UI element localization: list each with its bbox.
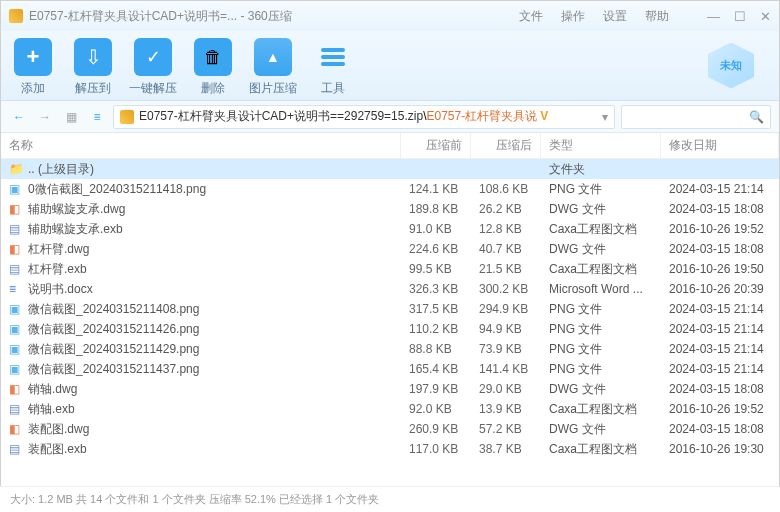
column-header: 名称 压缩前 压缩后 类型 修改日期 xyxy=(1,133,779,159)
tools-button[interactable]: 工具 xyxy=(303,34,363,97)
file-row[interactable]: 辅助螺旋支承.exb91.0 KB12.8 KBCaxa工程图文档2016-10… xyxy=(1,219,779,239)
file-icon xyxy=(9,182,23,196)
file-row[interactable]: 说明书.docx326.3 KB300.2 KBMicrosoft Word .… xyxy=(1,279,779,299)
parent-dir-row[interactable]: 📁.. (上级目录) 文件夹 xyxy=(1,159,779,179)
file-type: Caxa工程图文档 xyxy=(541,261,661,278)
file-date: 2016-10-26 19:30 xyxy=(661,442,779,456)
minimize-button[interactable]: — xyxy=(707,9,720,24)
file-type: DWG 文件 xyxy=(541,201,661,218)
maximize-button[interactable]: ☐ xyxy=(734,9,746,24)
folder-up-icon: 📁 xyxy=(9,162,23,176)
file-type: DWG 文件 xyxy=(541,421,661,438)
file-icon xyxy=(9,262,23,276)
col-name[interactable]: 名称 xyxy=(1,133,401,158)
file-type: PNG 文件 xyxy=(541,361,661,378)
file-row[interactable]: 杠杆臂.exb99.5 KB21.5 KBCaxa工程图文档2016-10-26… xyxy=(1,259,779,279)
window-controls: — ☐ ✕ xyxy=(707,9,771,24)
size-after: 108.6 KB xyxy=(471,182,541,196)
size-before: 189.8 KB xyxy=(401,202,471,216)
file-type: DWG 文件 xyxy=(541,241,661,258)
size-before: 224.6 KB xyxy=(401,242,471,256)
file-date: 2016-10-26 19:52 xyxy=(661,402,779,416)
file-row[interactable]: 销轴.exb92.0 KB13.9 KBCaxa工程图文档2016-10-26 … xyxy=(1,399,779,419)
oneclick-button[interactable]: 一键解压 xyxy=(123,34,183,97)
file-name: 杠杆臂.exb xyxy=(28,261,87,278)
view-large-icon[interactable]: ▦ xyxy=(61,107,81,127)
status-bar: 大小: 1.2 MB 共 14 个文件和 1 个文件夹 压缩率 52.1% 已经… xyxy=(0,486,780,512)
file-date: 2024-03-15 18:08 xyxy=(661,382,779,396)
vip-icon: V xyxy=(540,109,548,123)
size-after: 294.9 KB xyxy=(471,302,541,316)
size-after: 141.4 KB xyxy=(471,362,541,376)
file-date: 2024-03-15 21:14 xyxy=(661,182,779,196)
file-type: PNG 文件 xyxy=(541,181,661,198)
add-button[interactable]: 添加 xyxy=(3,34,63,97)
size-before: 326.3 KB xyxy=(401,282,471,296)
col-after[interactable]: 压缩后 xyxy=(471,133,541,158)
size-after: 73.9 KB xyxy=(471,342,541,356)
col-type[interactable]: 类型 xyxy=(541,133,661,158)
toolbar: 添加 解压到 一键解压 删除 图片压缩 工具 未知 xyxy=(1,31,779,101)
search-input[interactable]: 🔍 xyxy=(621,105,771,129)
titlebar: E0757-杠杆臂夹具设计CAD+说明书=... - 360压缩 文件 操作 设… xyxy=(1,1,779,31)
file-name: 辅助螺旋支承.dwg xyxy=(28,201,125,218)
file-row[interactable]: 辅助螺旋支承.dwg189.8 KB26.2 KBDWG 文件2024-03-1… xyxy=(1,199,779,219)
check-icon xyxy=(134,38,172,76)
file-icon xyxy=(9,242,23,256)
menu-operate[interactable]: 操作 xyxy=(561,8,585,25)
size-before: 317.5 KB xyxy=(401,302,471,316)
file-type: Caxa工程图文档 xyxy=(541,441,661,458)
close-button[interactable]: ✕ xyxy=(760,9,771,24)
file-row[interactable]: 微信截图_20240315211408.png317.5 KB294.9 KBP… xyxy=(1,299,779,319)
file-row[interactable]: 微信截图_20240315211437.png165.4 KB141.4 KBP… xyxy=(1,359,779,379)
view-list-icon[interactable]: ≡ xyxy=(87,107,107,127)
image-icon xyxy=(254,38,292,76)
size-after: 29.0 KB xyxy=(471,382,541,396)
file-date: 2016-10-26 19:52 xyxy=(661,222,779,236)
file-row[interactable]: 0微信截图_20240315211418.png124.1 KB108.6 KB… xyxy=(1,179,779,199)
size-before: 92.0 KB xyxy=(401,402,471,416)
file-type: PNG 文件 xyxy=(541,321,661,338)
file-name: 微信截图_20240315211437.png xyxy=(28,361,199,378)
file-icon xyxy=(9,382,23,396)
file-row[interactable]: 微信截图_20240315211429.png88.8 KB73.9 KBPNG… xyxy=(1,339,779,359)
extract-icon xyxy=(74,38,112,76)
menu-settings[interactable]: 设置 xyxy=(603,8,627,25)
col-date[interactable]: 修改日期 xyxy=(661,133,779,158)
col-before[interactable]: 压缩前 xyxy=(401,133,471,158)
size-after: 57.2 KB xyxy=(471,422,541,436)
file-type: Caxa工程图文档 xyxy=(541,221,661,238)
navbar: ← → ▦ ≡ E0757-杠杆臂夹具设计CAD+说明书==292759=15.… xyxy=(1,101,779,133)
delete-button[interactable]: 删除 xyxy=(183,34,243,97)
size-before: 260.9 KB xyxy=(401,422,471,436)
path-input[interactable]: E0757-杠杆臂夹具设计CAD+说明书==292759=15.zip\E075… xyxy=(113,105,615,129)
menu-help[interactable]: 帮助 xyxy=(645,8,669,25)
extract-button[interactable]: 解压到 xyxy=(63,34,123,97)
file-list: 📁.. (上级目录) 文件夹 0微信截图_20240315211418.png1… xyxy=(1,159,779,483)
back-button[interactable]: ← xyxy=(9,107,29,127)
size-before: 88.8 KB xyxy=(401,342,471,356)
size-before: 165.4 KB xyxy=(401,362,471,376)
path-dropdown-icon[interactable]: ▾ xyxy=(602,110,608,124)
archive-icon xyxy=(120,110,134,124)
file-row[interactable]: 装配图.dwg260.9 KB57.2 KBDWG 文件2024-03-15 1… xyxy=(1,419,779,439)
size-after: 40.7 KB xyxy=(471,242,541,256)
forward-button[interactable]: → xyxy=(35,107,55,127)
app-icon xyxy=(9,9,23,23)
file-icon xyxy=(9,402,23,416)
file-row[interactable]: 销轴.dwg197.9 KB29.0 KBDWG 文件2024-03-15 18… xyxy=(1,379,779,399)
file-name: 装配图.exb xyxy=(28,441,87,458)
file-icon xyxy=(9,302,23,316)
file-icon xyxy=(9,362,23,376)
size-after: 300.2 KB xyxy=(471,282,541,296)
file-name: 销轴.exb xyxy=(28,401,75,418)
file-row[interactable]: 微信截图_20240315211426.png110.2 KB94.9 KBPN… xyxy=(1,319,779,339)
size-after: 94.9 KB xyxy=(471,322,541,336)
file-row[interactable]: 装配图.exb117.0 KB38.7 KBCaxa工程图文档2016-10-2… xyxy=(1,439,779,459)
size-after: 12.8 KB xyxy=(471,222,541,236)
menu-file[interactable]: 文件 xyxy=(519,8,543,25)
size-after: 13.9 KB xyxy=(471,402,541,416)
image-compress-button[interactable]: 图片压缩 xyxy=(243,34,303,97)
file-name: 销轴.dwg xyxy=(28,381,77,398)
file-row[interactable]: 杠杆臂.dwg224.6 KB40.7 KBDWG 文件2024-03-15 1… xyxy=(1,239,779,259)
